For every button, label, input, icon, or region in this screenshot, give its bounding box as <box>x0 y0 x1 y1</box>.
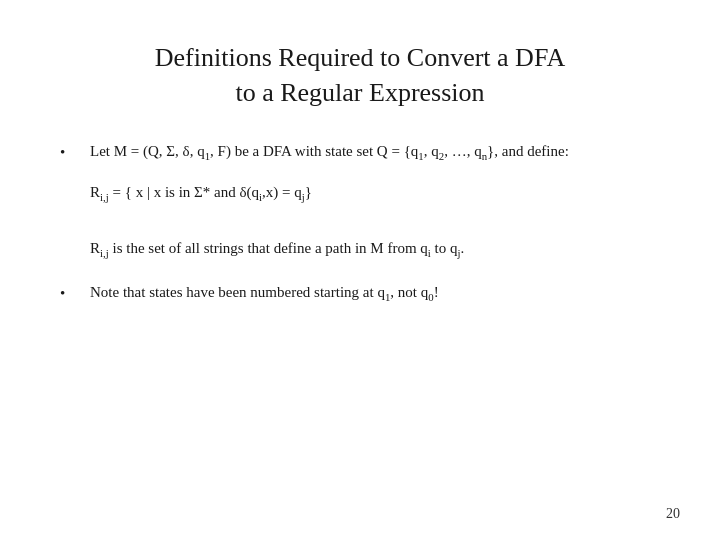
formula-definition: Ri,j = { x | x is in Σ* and δ(qi,x) = qj… <box>90 180 660 206</box>
bullet-text-2: Note that states have been numbered star… <box>90 281 660 305</box>
title-line2: to a Regular Expression <box>60 75 660 110</box>
formula-block: Ri,j = { x | x is in Σ* and δ(qi,x) = qj… <box>90 180 660 262</box>
slide: Definitions Required to Convert a DFA to… <box>0 0 720 540</box>
title-line1: Definitions Required to Convert a DFA <box>60 40 660 75</box>
page-number: 20 <box>666 506 680 522</box>
bullet-item-2: • Note that states have been numbered st… <box>60 281 660 305</box>
bullet-text-1: Let M = (Q, Σ, δ, q1, F) be a DFA with s… <box>90 140 660 164</box>
bullet-item-1: • Let M = (Q, Σ, δ, q1, F) be a DFA with… <box>60 140 660 164</box>
bullet-dot-1: • <box>60 141 80 164</box>
slide-content: • Let M = (Q, Σ, δ, q1, F) be a DFA with… <box>60 140 660 305</box>
bullet-dot-2: • <box>60 282 80 305</box>
formula-description: Ri,j is the set of all strings that defi… <box>90 236 660 262</box>
slide-title: Definitions Required to Convert a DFA to… <box>60 40 660 110</box>
